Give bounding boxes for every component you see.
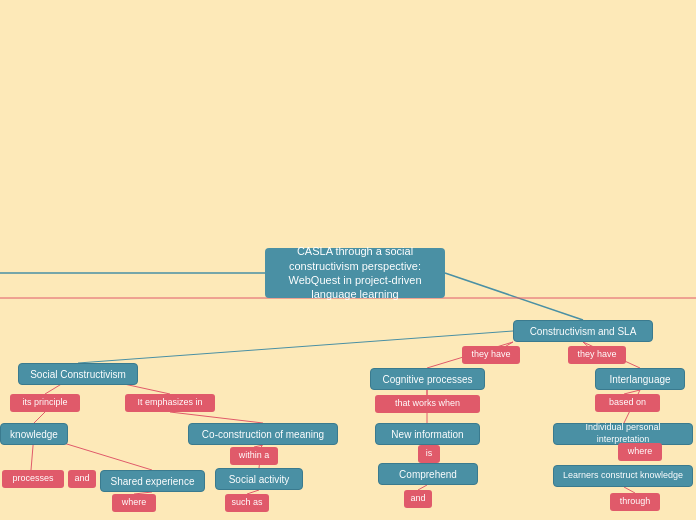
svg-line-13 [34,412,45,423]
they-have-2-label: they have [568,346,626,364]
social-activity-node: Social activity [215,468,303,490]
that-works-when-label: that works when [375,395,480,413]
constructivism-sla-node: Constructivism and SLA [513,320,653,342]
through-label: through [610,493,660,511]
and-1-label: and [68,470,96,488]
co-construction-node: Co-construction of meaning [188,423,338,445]
main-node: CASLA through a social constructivism pe… [265,248,445,298]
svg-line-1 [445,273,583,320]
within-a-label: within a [230,447,278,465]
processes-label: processes [2,470,64,488]
where-1-label: where [112,494,156,512]
comprehend-node: Comprehend [378,463,478,485]
and-2-label: and [404,490,432,508]
where-2-label: where [618,443,662,461]
knowledge-node: knowledge [0,423,68,445]
based-on-label: based on [595,394,660,412]
interlanguage-node: Interlanguage [595,368,685,390]
shared-experience-node: Shared experience [100,470,205,492]
svg-line-10 [170,412,263,423]
new-information-node: New information [375,423,480,445]
such-as-label: such as [225,494,269,512]
svg-line-3 [78,331,513,363]
it-emphasizes-label: It emphasizes in [125,394,215,412]
learners-construct-node: Learners construct knowledge [553,465,693,487]
cognitive-processes-node: Cognitive processes [370,368,485,390]
social-constructivism-node: Social Constructivism [18,363,138,385]
individual-personal-node: Individual personal interpretation [553,423,693,445]
they-have-1-label: they have [462,346,520,364]
is-label: is [418,445,440,463]
its-principle-label: its principle [10,394,80,412]
